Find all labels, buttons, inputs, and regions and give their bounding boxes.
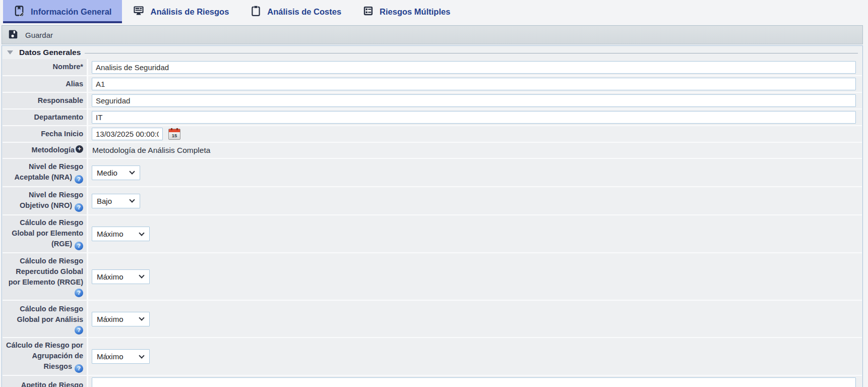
fecha-inicio-input[interactable]	[92, 128, 163, 140]
row-rge: Cálculo de Riesgo Global por Elemento (R…	[3, 215, 862, 252]
rrge-select-value: Máximo	[97, 272, 123, 281]
rrge-label: Cálculo de Riesgo Repercutido Global por…	[9, 257, 83, 286]
calendar-icon-day: 15	[169, 133, 180, 138]
responsable-input[interactable]	[92, 94, 856, 107]
rge-label: Cálculo de Riesgo Global por Elemento (R…	[12, 218, 83, 248]
tab-label: Análisis de Riesgos	[150, 7, 229, 17]
toolbar: Guardar	[2, 25, 863, 44]
form-panel: Datos Generales Nombre* Alias Responsabl…	[2, 45, 863, 387]
rar-select[interactable]: Máximo	[92, 349, 150, 364]
tab-analisis-de-riesgos[interactable]: Análisis de Riesgos	[122, 0, 239, 23]
row-alias: Alias	[3, 76, 862, 92]
nro-select-value: Bajo	[97, 197, 112, 205]
nra-select[interactable]: Medio	[92, 165, 140, 180]
rar-help-icon[interactable]: ?	[75, 364, 83, 373]
apetito-label: Apetito de Riesgo	[21, 380, 83, 387]
responsable-label: Responsable	[38, 95, 83, 106]
tab-label: Análisis de Costes	[267, 7, 341, 17]
row-metodologia: Metodología+ Metodología de Análisis Com…	[3, 143, 862, 158]
rge-select[interactable]: Máximo	[92, 227, 150, 241]
row-responsable: Responsable	[3, 93, 862, 108]
tab-informacion-general[interactable]: Información General	[3, 0, 122, 23]
calendar-icon-header	[169, 129, 180, 132]
tab-label: Información General	[31, 7, 111, 17]
rga-select-value: Máximo	[97, 315, 123, 323]
section-title: Datos Generales	[19, 48, 81, 57]
tab-riesgos-multiples[interactable]: Riesgos Múltiples	[352, 0, 461, 23]
nro-select[interactable]: Bajo	[92, 194, 140, 208]
row-rrge: Cálculo de Riesgo Repercutido Global por…	[3, 253, 862, 300]
triangle-down-icon[interactable]	[7, 50, 13, 54]
row-agrupacion-riesgos: Cálculo de Riesgo por Agrupación de Ries…	[3, 338, 862, 375]
journal-pencil-icon	[14, 5, 25, 19]
nombre-label: Nombre*	[53, 62, 83, 72]
row-fecha-inicio: Fecha Inicio 15	[3, 126, 862, 142]
row-apetito-de-riesgo: Apetito de Riesgo	[3, 376, 862, 387]
datos-generales-form: Nombre* Alias Responsable Departamento F	[3, 59, 862, 387]
nra-select-value: Medio	[97, 169, 117, 177]
rga-help-icon[interactable]: ?	[75, 326, 83, 335]
save-button[interactable]: Guardar	[8, 29, 53, 41]
nro-help-icon[interactable]: ?	[75, 203, 83, 212]
rge-select-value: Máximo	[97, 230, 123, 238]
row-nra: Nivel de Riesgo Aceptable (NRA)? Medio	[3, 159, 862, 186]
chevron-down-icon	[139, 353, 144, 358]
clipboard-icon	[250, 5, 262, 19]
row-nombre: Nombre*	[3, 59, 862, 75]
floppy-disk-icon	[8, 29, 19, 41]
chevron-down-icon	[139, 315, 144, 320]
rrge-select[interactable]: Máximo	[92, 269, 150, 284]
nro-label: Nivel de Riesgo Objetivo (NRO)	[20, 191, 83, 209]
rar-label: Cálculo de Riesgo por Agrupación de Ries…	[6, 341, 83, 370]
chevron-down-icon	[129, 197, 135, 202]
metodologia-value: Metodología de Análisis Completa	[92, 146, 210, 155]
tab-bar: Información General Análisis de Riesgos …	[0, 0, 868, 23]
section-divider	[85, 53, 858, 53]
apetito-input[interactable]	[92, 377, 856, 387]
row-riesgo-global-analisis: Cálculo de Riesgo Global por Análisis? M…	[3, 301, 862, 337]
chevron-down-icon	[129, 169, 135, 174]
departamento-label: Departamento	[34, 112, 84, 123]
rga-select[interactable]: Máximo	[92, 312, 150, 326]
row-departamento: Departamento	[3, 109, 862, 125]
checklist-icon	[362, 5, 374, 19]
alias-label: Alias	[66, 79, 83, 89]
calendar-icon[interactable]: 15	[168, 129, 180, 140]
fecha-inicio-label: Fecha Inicio	[41, 129, 83, 139]
metodologia-label: Metodología	[32, 146, 75, 154]
departamento-input[interactable]	[92, 111, 856, 124]
tab-analisis-de-costes[interactable]: Análisis de Costes	[239, 0, 352, 23]
save-button-label: Guardar	[25, 31, 53, 39]
chevron-down-icon	[139, 272, 144, 278]
alias-input[interactable]	[92, 78, 856, 90]
section-datos-generales: Datos Generales	[3, 46, 862, 58]
nombre-input[interactable]	[92, 61, 856, 74]
rge-help-icon[interactable]: ?	[75, 242, 83, 250]
rga-label: Cálculo de Riesgo Global por Análisis	[17, 305, 83, 323]
rar-select-value: Máximo	[97, 352, 123, 361]
rrge-help-icon[interactable]: ?	[75, 289, 83, 297]
chevron-down-icon	[139, 230, 144, 236]
nra-label: Nivel de Riesgo Aceptable (NRA)	[15, 162, 83, 181]
nra-help-icon[interactable]: ?	[75, 175, 83, 184]
monitor-dashboard-icon	[133, 5, 145, 19]
row-nro: Nivel de Riesgo Objetivo (NRO)? Bajo	[3, 187, 862, 214]
tab-label: Riesgos Múltiples	[380, 7, 450, 17]
add-metodologia-icon[interactable]: +	[76, 145, 83, 153]
